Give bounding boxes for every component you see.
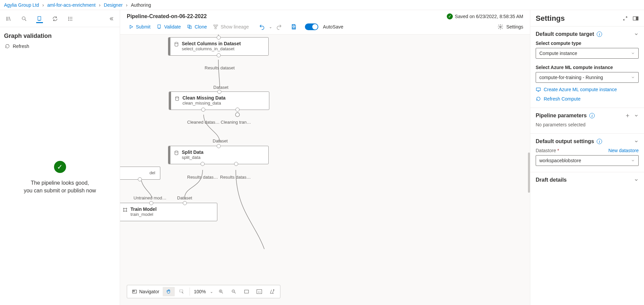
port-label: Dataset — [213, 85, 228, 90]
refresh-all-icon[interactable] — [51, 15, 59, 23]
node-split-data[interactable]: Split Data split_data — [168, 146, 269, 164]
zoom-level: 100% — [192, 289, 208, 294]
info-icon[interactable]: i — [597, 32, 602, 37]
svg-rect-24 — [133, 291, 135, 292]
node-clean-missing-data[interactable]: Clean Missing Data clean_missing_data — [169, 92, 269, 110]
chevron-down-icon[interactable] — [634, 139, 639, 144]
undo-button[interactable] — [258, 23, 266, 30]
svg-point-21 — [123, 211, 124, 212]
check-circle-icon: ✓ — [447, 13, 453, 19]
node-title: Clean Missing Data — [182, 95, 225, 101]
refresh-compute-link[interactable]: Refresh Compute — [536, 96, 639, 102]
actual-size-button[interactable]: 1:1 — [253, 287, 265, 296]
zoom-out-icon — [230, 288, 237, 295]
svg-rect-33 — [536, 88, 540, 90]
zoom-in-button[interactable] — [215, 287, 227, 296]
check-circle-icon: ✓ — [54, 161, 66, 173]
validation-line2: you can submit or publish now — [24, 188, 96, 193]
svg-rect-25 — [180, 290, 183, 292]
chevron-down-icon[interactable] — [634, 113, 639, 118]
pipeline-title[interactable]: Pipeline-Created-on-06-22-2022 — [127, 13, 207, 19]
dataset-icon — [174, 96, 180, 101]
svg-rect-28 — [245, 290, 249, 293]
validation-line1: The pipeline looks good, — [31, 180, 89, 186]
chevron-down-icon[interactable] — [634, 32, 639, 37]
svg-point-15 — [235, 113, 239, 117]
svg-point-4 — [68, 20, 69, 21]
svg-point-18 — [175, 151, 178, 152]
chevron-right-icon: › — [99, 2, 101, 8]
compute-instance-label: Select Azure ML compute instance — [536, 65, 639, 70]
redo-button — [275, 23, 283, 30]
compute-type-label: Select compute type — [536, 41, 639, 46]
autosave-toggle[interactable] — [305, 23, 318, 30]
validate-button[interactable]: Validate — [155, 23, 183, 31]
breadcrumb-org[interactable]: Agylia Group Ltd — [4, 2, 39, 8]
fit-screen-button[interactable] — [240, 287, 253, 296]
port-label: Dataset — [213, 138, 228, 143]
dock-right-icon[interactable] — [633, 16, 639, 21]
zoom-in-icon — [218, 288, 224, 295]
chevron-down-icon[interactable] — [634, 178, 639, 182]
svg-point-3 — [68, 18, 69, 19]
node-subtitle: train_model — [130, 212, 157, 217]
svg-rect-10 — [215, 28, 216, 29]
dataset-icon — [174, 150, 179, 156]
submit-button[interactable]: Submit — [127, 23, 153, 31]
port-label: Untrained mod… — [133, 195, 166, 200]
validate-icon[interactable] — [36, 15, 44, 23]
svg-point-20 — [126, 208, 127, 209]
zoom-out-button[interactable] — [228, 287, 240, 296]
show-lineage-button: Show lineage — [211, 23, 251, 31]
datastore-select[interactable]: workspaceblobstore — [536, 155, 639, 166]
canvas-bottom-toolbar: Navigator 100% ⌄ 1:1 — [127, 285, 280, 298]
node-subtitle: clean_missing_data — [182, 101, 225, 106]
svg-rect-12 — [293, 27, 295, 29]
info-icon[interactable]: i — [597, 139, 602, 144]
svg-point-19 — [123, 208, 124, 209]
node-partial-left[interactable]: del — [120, 167, 160, 180]
left-panel: Graph validation Refresh ✓ The pipeline … — [0, 10, 120, 305]
save-button[interactable] — [290, 23, 298, 30]
svg-rect-9 — [216, 25, 218, 26]
pipeline-canvas[interactable]: Select Columns in Dataset select_columns… — [120, 35, 530, 305]
expand-icon[interactable] — [623, 16, 628, 21]
port-label: Dataset — [177, 195, 192, 200]
navigator-button[interactable]: Navigator — [129, 288, 162, 296]
search-icon[interactable] — [20, 15, 28, 23]
collapse-panel-icon[interactable] — [107, 15, 115, 23]
left-iconbar — [0, 10, 120, 27]
list-icon[interactable] — [66, 15, 74, 23]
open-settings-button[interactable]: Settings — [497, 24, 523, 30]
graph-validation-heading: Graph validation — [0, 27, 120, 42]
compute-instance-select[interactable]: compute-for-training - Running — [536, 72, 639, 83]
create-compute-link[interactable]: Create Azure ML compute instance — [536, 87, 639, 92]
node-select-columns[interactable]: Select Columns in Dataset select_columns… — [168, 37, 269, 56]
validation-result: ✓ The pipeline looks good,you can submit… — [0, 50, 120, 305]
settings-heading: Settings — [536, 14, 565, 23]
pan-tool[interactable] — [163, 287, 175, 296]
node-subtitle: split_data — [182, 155, 204, 160]
node-train-model[interactable]: Train Model train_model — [120, 203, 217, 221]
info-icon[interactable]: i — [589, 113, 595, 118]
library-icon[interactable] — [5, 15, 13, 23]
one-to-one-icon: 1:1 — [256, 288, 263, 295]
refresh-validation-button[interactable]: Refresh — [0, 42, 120, 50]
breadcrumb-workspace[interactable]: aml-for-acs-enrichment — [47, 2, 96, 8]
add-parameter-button[interactable] — [625, 113, 630, 118]
breadcrumb-designer[interactable]: Designer — [104, 2, 123, 8]
dataset-icon — [174, 42, 179, 47]
clone-button[interactable]: Clone — [185, 23, 209, 31]
undo-history-dropdown[interactable]: ⌄ — [269, 25, 272, 29]
auto-layout-button[interactable] — [266, 287, 278, 296]
port-label: Cleaning tran… — [221, 120, 251, 125]
select-tool[interactable] — [175, 287, 187, 296]
node-title: Split Data — [182, 149, 204, 155]
canvas-scrollbar[interactable] — [528, 152, 530, 193]
zoom-dropdown[interactable]: ⌄ — [210, 290, 213, 294]
node-subtitle: del — [120, 170, 155, 175]
no-params-text: No parameters selected — [536, 122, 639, 127]
breadcrumb-current: Authoring — [131, 2, 151, 8]
new-datastore-link[interactable]: New datastore — [608, 148, 639, 153]
compute-type-select[interactable]: Compute instance — [536, 48, 639, 59]
